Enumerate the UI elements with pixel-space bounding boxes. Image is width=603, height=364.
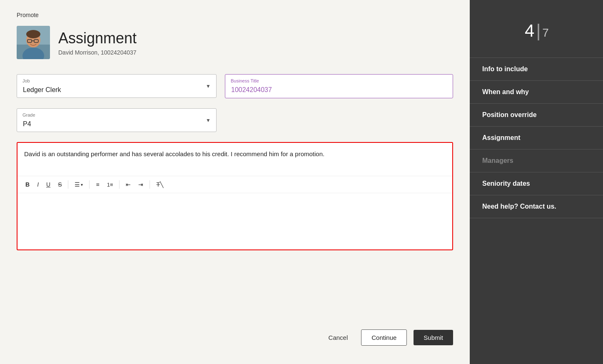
header-text: Assignment David Morrison, 10024204037 [58, 29, 137, 55]
step-current: 4 [525, 21, 533, 40]
bullet-list-button[interactable]: ≡ [93, 180, 102, 189]
avatar [17, 26, 50, 59]
step-divider-icon: | [536, 21, 540, 40]
job-label: Job [22, 78, 30, 83]
grade-select[interactable]: P4 [17, 108, 217, 132]
main-content: Promote Assignment [0, 0, 470, 364]
toolbar-separator-3 [119, 180, 120, 189]
sidebar-item-seniority-dates[interactable]: Seniority dates [470, 172, 603, 195]
sidebar-item-label: Info to include [482, 65, 528, 72]
bold-button[interactable]: B [22, 180, 32, 189]
step-total: 7 [542, 26, 548, 39]
outdent-button[interactable]: ⇤ [123, 180, 134, 189]
grade-label: Grade [22, 112, 35, 117]
toolbar-separator-4 [150, 180, 150, 189]
clear-format-icon: T [156, 181, 160, 188]
sidebar-item-label: When and why [482, 88, 529, 95]
job-field: Job Ledger Clerk ▼ [17, 74, 217, 98]
indent-icon: ⇥ [138, 181, 143, 188]
bullet-list-icon: ≡ [96, 181, 99, 188]
sidebar: 4|7 Info to include When and why Positio… [470, 0, 603, 364]
align-dropdown-icon: ▾ [81, 182, 83, 187]
editor-toolbar: B I U S ☰ ▾ ≡ 1≡ ⇤ ⇥ [17, 176, 452, 193]
form-row-2: Grade P4 ▼ [17, 108, 453, 132]
submit-button[interactable]: Submit [414, 330, 453, 345]
strikethrough-button[interactable]: S [55, 180, 65, 189]
align-button[interactable]: ☰ ▾ [72, 180, 86, 189]
job-select-wrapper: Job Ledger Clerk ▼ [17, 74, 217, 98]
italic-button[interactable]: I [34, 180, 42, 189]
step-counter: 4|7 [470, 12, 603, 57]
outdent-icon: ⇤ [126, 181, 131, 188]
business-title-label: Business Title [231, 78, 259, 83]
sidebar-item-managers[interactable]: Managers [470, 149, 603, 172]
toolbar-separator-1 [68, 180, 68, 189]
nav-items: Info to include When and why Position ov… [470, 57, 603, 218]
business-title-wrapper: Business Title [225, 74, 453, 98]
job-select[interactable]: Ledger Clerk [17, 74, 217, 98]
clear-format-button[interactable]: T ╲ [153, 180, 166, 189]
grade-select-wrapper: Grade P4 ▼ [17, 108, 217, 132]
underline-button[interactable]: U [43, 180, 53, 189]
sidebar-item-label: Managers [482, 157, 513, 164]
sidebar-item-label: Seniority dates [482, 180, 530, 187]
continue-button[interactable]: Continue [361, 329, 407, 346]
breadcrumb: Promote [17, 12, 453, 18]
sidebar-item-label: Position override [482, 111, 537, 118]
form-row-1: Job Ledger Clerk ▼ Business Title [17, 74, 453, 98]
sidebar-item-when-and-why[interactable]: When and why [470, 80, 603, 103]
sidebar-item-position-override[interactable]: Position override [470, 103, 603, 126]
align-icon: ☰ [75, 181, 80, 188]
rich-text-editor: David is an outstanding performer and ha… [17, 142, 453, 250]
sidebar-item-label: Assignment [482, 134, 521, 141]
bottom-actions: Cancel Continue Submit [17, 323, 453, 352]
sidebar-item-info-to-include[interactable]: Info to include [470, 57, 603, 80]
page-subtitle: David Morrison, 10024204037 [58, 49, 137, 56]
editor-footer [17, 193, 452, 203]
business-title-field: Business Title [225, 74, 453, 98]
toolbar-separator-2 [89, 180, 90, 189]
editor-content[interactable]: David is an outstanding performer and ha… [17, 143, 452, 176]
business-title-input[interactable] [225, 74, 453, 98]
svg-point-4 [26, 30, 40, 38]
sidebar-item-assignment[interactable]: Assignment [470, 126, 603, 149]
grade-field: Grade P4 ▼ [17, 108, 217, 132]
cancel-button[interactable]: Cancel [322, 330, 355, 345]
numbered-list-button[interactable]: 1≡ [104, 180, 116, 189]
numbered-list-icon: 1≡ [107, 182, 113, 188]
header-section: Assignment David Morrison, 10024204037 [17, 26, 453, 59]
indent-button[interactable]: ⇥ [135, 180, 146, 189]
page-title: Assignment [58, 29, 137, 47]
sidebar-item-label: Need help? Contact us. [482, 203, 556, 210]
clear-format-slash: ╲ [160, 181, 163, 188]
sidebar-item-need-help[interactable]: Need help? Contact us. [470, 195, 603, 218]
